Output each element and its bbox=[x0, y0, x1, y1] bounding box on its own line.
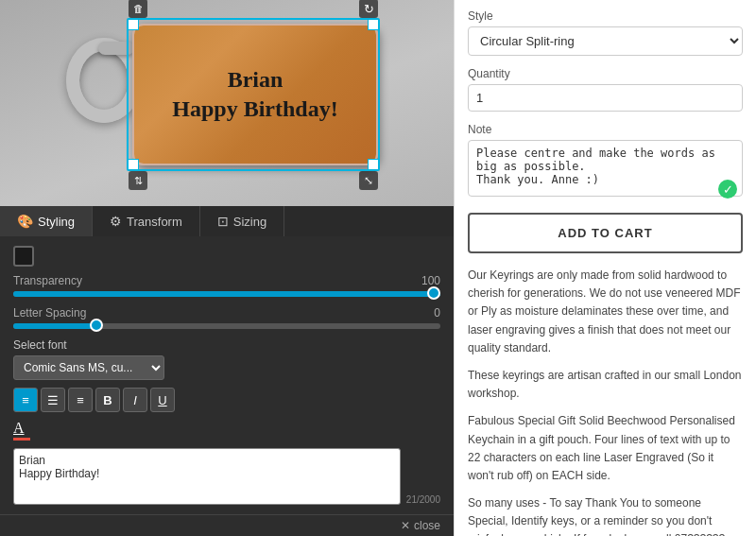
resize-icon[interactable]: ⤡ bbox=[359, 171, 378, 190]
right-panel: Style Circular Split-ringSquare Split-ri… bbox=[454, 0, 756, 536]
close-row: ✕ close bbox=[0, 514, 454, 536]
letter-spacing-value: 0 bbox=[434, 306, 440, 320]
transform-icon: ⚙ bbox=[110, 214, 122, 229]
bottom-toolbar: 🎨 Styling ⚙ Transform ⊡ Sizing bbox=[0, 206, 454, 536]
transparency-slider-row: Transparency 100 bbox=[13, 274, 440, 297]
italic-btn[interactable]: I bbox=[123, 388, 147, 412]
tab-transform[interactable]: ⚙ Transform bbox=[93, 206, 200, 236]
handle-tr[interactable] bbox=[368, 19, 379, 30]
color-row bbox=[13, 246, 440, 267]
transparency-fill bbox=[13, 291, 440, 297]
note-check-icon: ✓ bbox=[718, 180, 737, 199]
tabs-row: 🎨 Styling ⚙ Transform ⊡ Sizing bbox=[0, 206, 454, 236]
handle-tl[interactable] bbox=[128, 19, 139, 30]
close-button[interactable]: ✕ close bbox=[401, 519, 440, 532]
color-swatch[interactable] bbox=[13, 246, 34, 267]
description-2: These keyrings are artisan crafted in ou… bbox=[468, 367, 743, 403]
text-color-a: A bbox=[13, 420, 30, 437]
keyring-area: Brian Happy Birthday! 🗑 ↻ ⇅ ⤡ bbox=[57, 19, 397, 227]
align-right-btn[interactable]: ≡ bbox=[68, 388, 93, 412]
transparency-value: 100 bbox=[421, 274, 440, 287]
transparency-label: Transparency 100 bbox=[13, 274, 440, 287]
add-to-cart-button[interactable]: ADD TO CART bbox=[468, 213, 743, 253]
letter-spacing-thumb[interactable] bbox=[90, 319, 103, 332]
format-row: ≡ ☰ ≡ B I U bbox=[13, 388, 440, 412]
letter-spacing-fill bbox=[13, 323, 98, 329]
transparency-track[interactable] bbox=[13, 291, 440, 297]
description-1: Our Keyrings are only made from solid ha… bbox=[468, 267, 743, 357]
flip-icon[interactable]: ⇅ bbox=[129, 171, 147, 190]
align-center-btn[interactable]: ☰ bbox=[41, 388, 65, 412]
select-font-row: Select font Comic Sans MS, cu... bbox=[13, 338, 440, 380]
tab-styling-label: Styling bbox=[38, 215, 75, 229]
selection-border: 🗑 ↻ ⇅ ⤡ bbox=[127, 18, 380, 171]
font-select[interactable]: Comic Sans MS, cu... bbox=[13, 355, 164, 380]
sizing-icon: ⊡ bbox=[217, 214, 229, 229]
tab-sizing[interactable]: ⊡ Sizing bbox=[200, 206, 284, 236]
note-row: Please centre and make the words as big … bbox=[468, 140, 743, 203]
handle-bl[interactable] bbox=[128, 159, 139, 170]
letter-spacing-slider-row: Letter Spacing 0 bbox=[13, 306, 440, 329]
left-panel: Brian Happy Birthday! 🗑 ↻ ⇅ ⤡ bbox=[0, 0, 454, 536]
panel-content: Transparency 100 Letter Spacing 0 bbox=[0, 236, 454, 514]
char-count: 21/2000 bbox=[406, 494, 440, 505]
rotate-icon[interactable]: ↻ bbox=[359, 0, 378, 18]
tab-styling[interactable]: 🎨 Styling bbox=[0, 206, 93, 236]
handle-br[interactable] bbox=[368, 159, 379, 170]
style-select[interactable]: Circular Split-ringSquare Split-ringHear… bbox=[468, 26, 743, 56]
text-area-row: Brian Happy Birthday! 21/2000 bbox=[13, 448, 440, 505]
bold-btn[interactable]: B bbox=[95, 388, 120, 412]
style-label: Style bbox=[468, 9, 743, 23]
text-input[interactable]: Brian Happy Birthday! bbox=[13, 448, 401, 505]
note-textarea[interactable]: Please centre and make the words as big … bbox=[468, 140, 743, 197]
note-label: Note bbox=[468, 123, 743, 136]
delete-icon[interactable]: 🗑 bbox=[129, 0, 147, 18]
styling-icon: 🎨 bbox=[17, 214, 33, 229]
align-left-btn[interactable]: ≡ bbox=[13, 388, 38, 412]
quantity-label: Quantity bbox=[468, 67, 743, 80]
letter-spacing-label: Letter Spacing 0 bbox=[13, 306, 440, 320]
tab-transform-label: Transform bbox=[127, 215, 182, 229]
text-color-row: A bbox=[13, 420, 440, 441]
transparency-thumb[interactable] bbox=[427, 286, 440, 300]
text-color-bar bbox=[13, 438, 30, 441]
text-color-btn[interactable]: A bbox=[13, 420, 440, 441]
description-4: So many uses - To say Thank You to someo… bbox=[468, 494, 743, 536]
product-image: Brian Happy Birthday! 🗑 ↻ ⇅ ⤡ bbox=[0, 0, 454, 536]
tab-sizing-label: Sizing bbox=[233, 215, 266, 229]
close-label: close bbox=[414, 519, 440, 532]
description-3: Fabulous Special Gift Solid Beechwood Pe… bbox=[468, 412, 743, 485]
letter-spacing-track[interactable] bbox=[13, 323, 440, 329]
quantity-input[interactable] bbox=[468, 84, 743, 112]
underline-btn[interactable]: U bbox=[150, 388, 175, 412]
select-font-label: Select font bbox=[13, 338, 440, 352]
